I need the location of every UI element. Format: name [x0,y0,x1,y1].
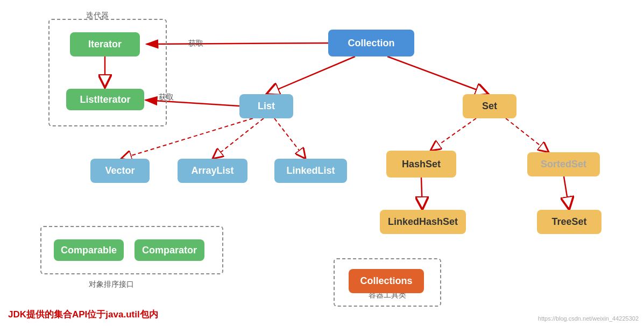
arraylist-node: ArrayList [178,159,247,183]
diagram-container: 迭代器 对象排序接口 容器工具类 获取 获取 Collection List S… [0,0,644,326]
bottom-text-content: JDK提供的集合API位于java.util包内 [8,309,158,320]
svg-line-11 [430,118,476,151]
comparable-node: Comparable [54,239,124,261]
iterator-box-label: 迭代器 [86,11,109,20]
svg-line-13 [421,178,422,210]
obtain1-label: 获取 [188,39,203,48]
obtain2-label: 获取 [159,93,174,102]
sortedset-node: SortedSet [527,152,600,176]
list-node: List [239,94,293,118]
watermark: https://blog.csdn.net/weixin_44225302 [538,315,639,322]
iterator-node: Iterator [70,32,140,56]
svg-line-12 [506,118,549,152]
comparator-node: Comparator [135,239,204,261]
hashset-node: HashSet [386,151,456,178]
collections-node: Collections [349,269,424,293]
treeset-node: TreeSet [537,210,601,234]
linkedlist-node: LinkedList [274,159,347,183]
linkedhashset-node: LinkedHashSet [380,210,466,234]
svg-line-14 [564,176,569,210]
svg-line-9 [213,118,264,159]
sorting-box-label: 对象排序接口 [89,280,134,289]
bottom-text: JDK提供的集合API位于java.util包内 [8,308,158,321]
svg-line-10 [274,118,306,159]
collection-node: Collection [328,30,414,56]
svg-line-6 [266,56,355,94]
vector-node: Vector [90,159,150,183]
svg-line-7 [387,56,489,94]
svg-line-3 [146,43,328,44]
set-node: Set [463,94,516,118]
listiterator-node: ListIterator [66,89,144,110]
